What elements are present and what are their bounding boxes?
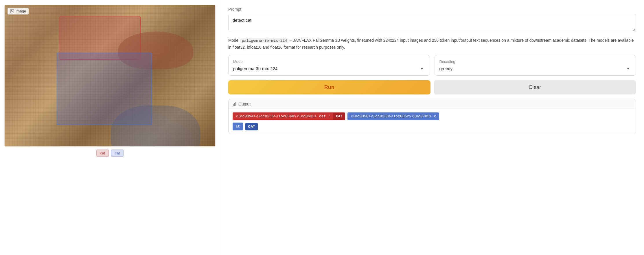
cat-label-1: cat	[96, 150, 109, 157]
image-label: Image	[8, 8, 29, 14]
left-panel: Image cat cat	[0, 0, 220, 255]
svg-point-1	[11, 10, 12, 11]
decoding-select-wrapper: greedy beam ▼	[439, 66, 631, 71]
model-description: Model paligemma-3b-mix-224 – JAX/FLAX Pa…	[228, 37, 636, 50]
model-select[interactable]: paligemma-3b-mix-224 paligemma-3b-ft-coc…	[233, 66, 425, 71]
image-background	[5, 5, 215, 146]
detection-labels: cat cat	[96, 150, 124, 157]
model-control-label: Model	[233, 59, 425, 64]
output-chart-icon	[233, 102, 237, 106]
output-body: <loc0094><loc0256><loc0340><loc0633> cat…	[229, 109, 636, 134]
output-section: Output <loc0094><loc0256><loc0340><loc06…	[228, 99, 636, 134]
decoding-control-group: Decoding greedy beam ▼	[435, 55, 636, 76]
detection-box-cat2	[57, 53, 152, 125]
svg-rect-2	[233, 104, 234, 106]
model-desc-suffix: – JAX/FLAX PaliGemma 3B weights, finetun…	[228, 38, 634, 50]
output-row2-partial: at	[233, 123, 243, 130]
output-row2: at CAT	[233, 123, 632, 130]
decoding-select[interactable]: greedy beam	[439, 66, 631, 71]
cat-label-2: cat	[111, 150, 124, 157]
prompt-input[interactable]: detect cat	[228, 14, 636, 31]
svg-rect-0	[10, 9, 14, 13]
image-label-text: Image	[16, 9, 26, 13]
model-control-group: Model paligemma-3b-mix-224 paligemma-3b-…	[228, 55, 430, 76]
output-header: Output	[229, 99, 636, 109]
run-button[interactable]: Run	[228, 80, 430, 94]
output-token-cat1-badge: CAT	[333, 113, 345, 120]
model-desc-prefix: Model	[228, 38, 239, 43]
cat2-shape	[111, 105, 200, 147]
image-container: Image	[4, 5, 216, 147]
clear-button[interactable]: Clear	[434, 80, 636, 94]
decoding-control-label: Decoding	[439, 59, 631, 64]
svg-rect-3	[234, 103, 235, 106]
output-token-cat1-loc: <loc0094><loc0256><loc0340><loc0633> cat…	[233, 112, 333, 120]
output-token-cat1: <loc0094><loc0256><loc0340><loc0633> cat…	[233, 112, 345, 120]
model-code-inline: paligemma-3b-mix-224	[240, 38, 288, 43]
prompt-label: Prompt	[228, 7, 636, 12]
output-token-cat2: <loc0350><loc0238><loc0852><loc0705> c	[347, 112, 439, 120]
output-row2-badge: CAT	[245, 123, 258, 130]
right-panel: Prompt detect cat Model paligemma-3b-mix…	[220, 0, 644, 255]
image-icon	[10, 9, 14, 13]
output-label: Output	[238, 102, 251, 106]
buttons-row: Run Clear	[228, 80, 636, 94]
model-select-wrapper: paligemma-3b-mix-224 paligemma-3b-ft-coc…	[233, 66, 425, 71]
output-token-cat2-loc: <loc0350><loc0238><loc0852><loc0705> c	[347, 112, 439, 120]
controls-row: Model paligemma-3b-mix-224 paligemma-3b-…	[228, 55, 636, 76]
svg-rect-4	[235, 102, 236, 106]
